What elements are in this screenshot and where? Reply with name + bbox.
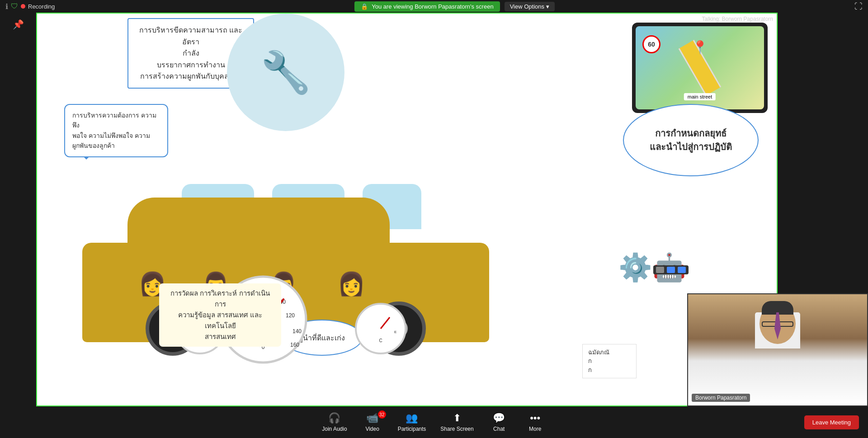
camera-feed: Borworn Papasratorn xyxy=(687,293,868,406)
bubble-measure-line3: สารสนเทศ xyxy=(166,331,274,342)
top-bar: ℹ 🛡 Recording 🔒 You are viewing Borworn … xyxy=(0,0,868,13)
left-sidebar: 📌 xyxy=(0,13,36,406)
info-icon: ℹ xyxy=(5,2,8,11)
bubble-measure-line1: การวัดผล การวิเคราะห์ การดำเนินการ xyxy=(166,288,274,310)
bubble-customer-line2: พอใจ ความไม่พึงพอใจ ความ xyxy=(72,131,160,141)
measure-speech-bubble: การวัดผล การวิเคราะห์ การดำเนินการ ความร… xyxy=(159,283,281,347)
top-text-line1: การบริหารขีดความสามารถ และอัตรา xyxy=(136,24,246,47)
video-button[interactable]: 32 📹 Video xyxy=(354,409,391,436)
join-audio-icon: 🎧 xyxy=(328,412,340,424)
more-button[interactable]: ••• More xyxy=(517,409,553,436)
slide-area: การบริหารขีดความสามารถ และอัตรา กำลัง บร… xyxy=(37,14,777,405)
notification-bar: 🔒 You are viewing Borworn Papasratorn's … xyxy=(354,1,500,12)
mechanic-emoji: 🔧 xyxy=(260,49,311,96)
expand-icon[interactable]: ⛶ xyxy=(854,2,863,11)
gps-pin: 📍 xyxy=(692,40,708,55)
leave-meeting-button[interactable]: Leave Meeting xyxy=(804,415,859,429)
talking-label: Talking: Borworn Papasratorn xyxy=(702,16,773,22)
svg-text:160: 160 xyxy=(290,342,299,348)
bubble-strategy-line2: และนำไปสู่การปฏิบัติ xyxy=(650,140,732,154)
small-toolbar-btn-3[interactable] xyxy=(678,267,686,273)
participants-button[interactable]: 👥 Participants xyxy=(391,409,434,436)
customer-speech-bubble: การบริหารความต้องการ ความพึง พอใจ ความไม… xyxy=(64,104,168,157)
svg-text:120: 120 xyxy=(286,312,295,319)
notification-text: You are viewing Borworn Papasratorn's sc… xyxy=(372,3,493,10)
chat-button[interactable]: 💬 Chat xyxy=(481,409,517,436)
info-box-line3: ก xyxy=(588,366,631,375)
small-gauge-right: C E xyxy=(354,301,408,356)
svg-text:140: 140 xyxy=(292,328,302,334)
gps-street-label: main street xyxy=(684,93,716,100)
view-options-button[interactable]: View Options ▾ xyxy=(505,2,555,11)
sidebar-icon-1[interactable]: 📌 xyxy=(13,19,24,30)
bubble-measure-line2: ความรู้ข้อมูล สารสนเทศ และเทคโนโลยี xyxy=(166,310,274,331)
participants-label: Participants xyxy=(398,426,426,432)
strategy-speech-bubble: การกำหนดกลยุทธ์ และนำไปสู่การปฏิบัติ xyxy=(623,104,759,176)
svg-text:E: E xyxy=(394,330,396,334)
person-head xyxy=(755,303,800,349)
info-box-right: ฉมัดภณั ก ก xyxy=(582,344,637,379)
participants-icon: 👥 xyxy=(406,412,418,424)
info-box-line2: ก xyxy=(588,357,631,366)
info-box-line1: ฉมัดภณั xyxy=(588,348,631,357)
share-screen-button[interactable]: ⬆ Share Screen xyxy=(433,409,481,436)
view-options-label: View Options xyxy=(510,3,544,10)
svg-text:C: C xyxy=(379,338,382,343)
gps-speed-indicator: 60 xyxy=(642,35,660,53)
share-screen-label: Share Screen xyxy=(440,426,473,432)
car-roof xyxy=(127,198,390,265)
main-content: การบริหารขีดความสามารถ และอัตรา กำลัง บร… xyxy=(36,13,778,406)
join-audio-button[interactable]: 🎧 Join Audio xyxy=(315,409,354,436)
join-audio-label: Join Audio xyxy=(322,426,347,432)
bubble-customer-line1: การบริหารความต้องการ ความพึง xyxy=(72,110,160,131)
camera-person xyxy=(688,294,867,405)
gps-device: 📍 60 main street xyxy=(632,23,768,113)
chat-label: Chat xyxy=(493,426,505,432)
bubble-strategy-line1: การกำหนดกลยุทธ์ xyxy=(650,127,732,140)
top-right-icons: ⛶ xyxy=(854,2,863,11)
recording-label: Recording xyxy=(28,3,55,10)
recording-dot xyxy=(21,4,25,9)
chat-icon: 💬 xyxy=(493,412,505,424)
car-area: 👩 👨 👨 👩 ผู้นำที่ดีและเก่ง 0 5 8 xyxy=(46,198,759,369)
mechanic-figure: 🔧 xyxy=(227,14,344,131)
gps-screen: 📍 60 main street xyxy=(636,26,764,109)
shield-icon: 🛡 xyxy=(11,2,18,10)
video-icon: 📹 xyxy=(366,412,378,424)
camera-name-label: Borworn Papasratorn xyxy=(692,394,750,402)
small-toolbar-btn-2[interactable] xyxy=(667,267,675,273)
small-toolbar-btn-1[interactable] xyxy=(656,267,664,273)
more-label: More xyxy=(529,426,541,432)
more-icon: ••• xyxy=(530,412,540,424)
bottom-toolbar: 🎧 Join Audio 32 📹 Video 👥 Participants ⬆… xyxy=(0,406,868,438)
lock-icon: 🔒 xyxy=(361,3,368,10)
video-label: Video xyxy=(365,426,379,432)
recording-indicator: ℹ 🛡 Recording xyxy=(5,2,55,11)
bubble-customer-line3: ผูกพันของลูกค้า xyxy=(72,141,160,151)
small-toolbar-strip[interactable] xyxy=(653,265,689,274)
chevron-down-icon: ▾ xyxy=(546,3,549,10)
share-screen-icon: ⬆ xyxy=(453,412,461,424)
video-badge: 32 xyxy=(378,410,386,419)
leave-meeting-label: Leave Meeting xyxy=(812,419,851,426)
